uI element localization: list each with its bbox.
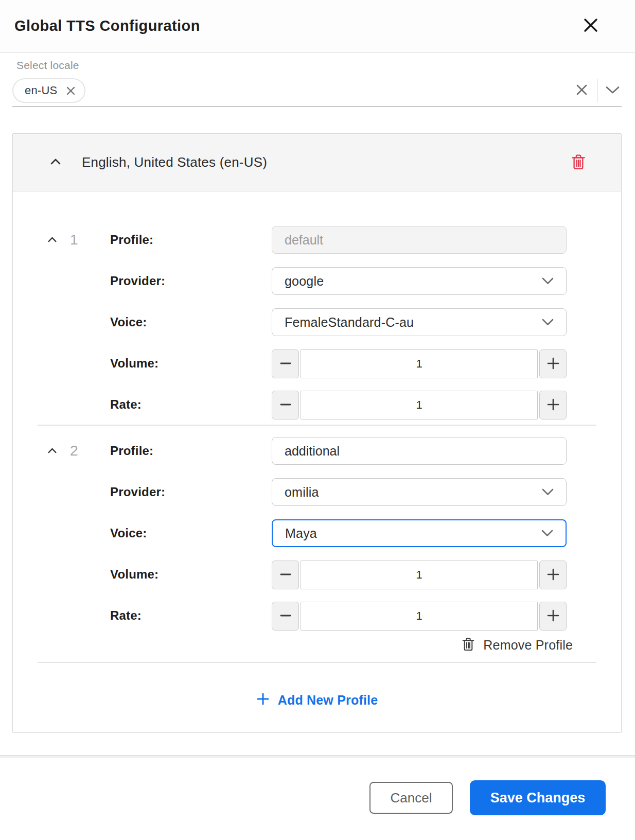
provider-row: Provider: omilia [13, 478, 621, 506]
locale-card-en-us: English, United States (en-US) [12, 133, 622, 733]
chevron-down-icon [542, 319, 554, 326]
rate-row: Rate: [13, 391, 621, 418]
provider-label: Provider: [110, 485, 272, 499]
remove-profile-button[interactable]: Remove Profile [13, 635, 573, 655]
profile-gutter: 1 [13, 232, 110, 248]
cancel-button[interactable]: Cancel [369, 782, 453, 814]
plus-icon [546, 357, 560, 372]
chip-remove-icon[interactable] [65, 85, 76, 96]
profile-gutter: 2 [13, 443, 110, 459]
trash-icon-red [571, 153, 586, 171]
volume-decrement-button[interactable] [272, 349, 299, 378]
dialog-header: Global TTS Configuration [0, 0, 635, 53]
rate-label: Rate: [110, 397, 272, 412]
collapse-profile-1-button[interactable] [46, 234, 59, 246]
provider-label: Provider: [110, 274, 272, 288]
chevron-down-icon [542, 488, 554, 496]
provider-select[interactable]: omilia [272, 478, 567, 506]
locale-select-section: Select locale en-US [0, 59, 635, 107]
profile-name-input[interactable] [272, 437, 567, 465]
rate-increment-button[interactable] [539, 391, 567, 419]
minus-icon [279, 568, 292, 582]
locale-card-body: 1 Profile: Provider: google [13, 191, 621, 732]
rate-increment-button[interactable] [539, 602, 567, 631]
profile-index: 2 [70, 443, 78, 459]
volume-label: Volume: [110, 356, 272, 371]
trash-icon [462, 637, 475, 653]
dialog-title: Global TTS Configuration [14, 18, 200, 34]
volume-row: Volume: [13, 561, 621, 588]
rate-decrement-button[interactable] [272, 391, 299, 419]
locale-chip-label: en-US [25, 84, 57, 97]
locale-card-title: English, United States (en-US) [82, 154, 267, 170]
voice-row: Voice: Maya [13, 519, 621, 547]
rate-row: Rate: [13, 602, 621, 629]
locale-select-controls [573, 79, 622, 102]
plus-icon [546, 568, 560, 583]
clear-selection-button[interactable] [573, 81, 591, 100]
plus-icon [546, 398, 560, 413]
collapse-locale-button[interactable] [48, 156, 63, 168]
profile-label: Profile: [110, 233, 272, 247]
provider-row: Provider: google [13, 267, 621, 295]
chevron-up-icon [48, 236, 57, 244]
provider-selected-value: google [285, 274, 324, 289]
voice-selected-value: FemaleStandard-C-au [285, 315, 414, 330]
chevron-down-icon [606, 86, 620, 96]
volume-stepper [272, 349, 567, 378]
rate-label: Rate: [110, 608, 272, 623]
volume-stepper [272, 561, 567, 589]
minus-icon [279, 609, 292, 623]
minus-icon [279, 398, 292, 412]
voice-selected-value: Maya [285, 526, 317, 541]
chevron-down-icon [542, 277, 554, 285]
global-tts-dialog: Global TTS Configuration Select locale e… [0, 0, 635, 840]
chevron-up-icon [50, 159, 61, 166]
voice-row: Voice: FemaleStandard-C-au [13, 308, 621, 336]
profile-divider [38, 425, 596, 426]
save-changes-button[interactable]: Save Changes [470, 780, 606, 815]
locale-select-label: Select locale [16, 59, 622, 72]
clear-icon [575, 83, 589, 98]
locale-card-header[interactable]: English, United States (en-US) [13, 134, 621, 191]
volume-input[interactable] [301, 561, 538, 589]
profile-label: Profile: [110, 444, 272, 458]
volume-increment-button[interactable] [539, 561, 567, 589]
voice-label: Voice: [110, 315, 272, 329]
volume-decrement-button[interactable] [272, 561, 299, 589]
section-divider [38, 662, 596, 663]
rate-stepper [272, 391, 567, 419]
volume-row: Volume: [13, 349, 621, 377]
volume-increment-button[interactable] [539, 349, 567, 378]
close-button[interactable] [580, 15, 601, 37]
remove-profile-label: Remove Profile [483, 638, 573, 653]
locale-chip[interactable]: en-US [12, 78, 85, 103]
open-dropdown-button[interactable] [604, 84, 622, 98]
locale-select-input[interactable]: en-US [12, 78, 622, 107]
volume-input[interactable] [301, 349, 538, 378]
close-icon [583, 17, 599, 35]
voice-label: Voice: [110, 526, 272, 540]
rate-input[interactable] [301, 391, 538, 419]
provider-select[interactable]: google [272, 267, 567, 295]
add-new-profile-button[interactable]: Add New Profile [13, 689, 621, 711]
chevron-down-icon [541, 530, 553, 537]
controls-divider [597, 79, 597, 102]
profile-block-2: 2 Profile: Provider: omilia [13, 437, 621, 629]
minus-icon [279, 357, 292, 371]
rate-decrement-button[interactable] [272, 602, 299, 631]
delete-locale-button[interactable] [569, 151, 588, 173]
plus-icon [546, 609, 560, 624]
volume-label: Volume: [110, 567, 272, 582]
profile-name-input[interactable] [272, 226, 567, 254]
rate-input[interactable] [301, 602, 538, 631]
profile-index: 1 [70, 232, 78, 248]
collapse-profile-2-button[interactable] [46, 445, 59, 457]
profile-block-1: 1 Profile: Provider: google [13, 226, 621, 418]
voice-select-focused[interactable]: Maya [272, 519, 567, 547]
chevron-up-icon [48, 447, 57, 455]
voice-select[interactable]: FemaleStandard-C-au [272, 308, 567, 336]
provider-selected-value: omilia [285, 485, 319, 500]
rate-stepper [272, 602, 567, 631]
plus-icon [256, 692, 270, 708]
